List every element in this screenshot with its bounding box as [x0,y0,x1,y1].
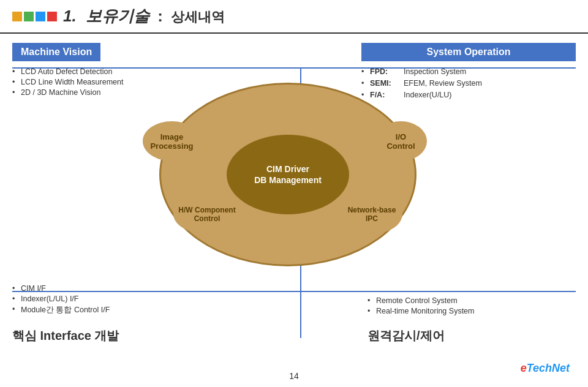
remote-korean-title: 원격감시/제어 [368,328,576,344]
ellipse-inner: CIM Driver DB Management [227,135,349,214]
cim-driver-label: CIM Driver [266,163,309,175]
bottom-left-section: CIM I/F Indexer(L/UL) I/F Module간 통합 Con… [12,284,159,344]
brand-logo: eTechNet [521,362,570,375]
node-hw-component: H/W Component Control [173,194,241,234]
db-management-label: DB Management [254,175,322,186]
list-item: Module간 통합 Control I/F [12,305,159,315]
icon-red [47,12,57,21]
title-korean: 보유기술 [86,7,149,25]
center-diagram: Image Processing I/O Control H/W Compone… [123,52,453,297]
bottom-left-list: CIM I/F Indexer(L/UL) I/F Module간 통합 Con… [12,284,159,315]
bottom-right-section: Remote Control System Real-time Monitori… [368,296,576,344]
brand-e: e [521,362,527,374]
icon-yellow [12,12,22,21]
ellipse-outer: Image Processing I/O Control H/W Compone… [159,83,417,266]
list-item: Indexer(L/UL) I/F [12,295,159,303]
list-item: CIM I/F [12,284,159,293]
page-number-footer: 14 [12,371,576,381]
interface-korean-title: 핵심 Interface 개발 [12,328,159,344]
page-number: 1. [63,7,77,25]
footer: 14 eTechNet [0,371,588,381]
colon: : [157,7,163,25]
list-item: Remote Control System [368,296,576,305]
subtitle-korean: 상세내역 [171,9,225,24]
node-network-ipc: Network-base IPC [341,194,402,234]
icon-blue [36,12,45,21]
node-image-processing: Image Processing [143,121,201,161]
icon-green [24,12,34,21]
bottom-right-list: Remote Control System Real-time Monitori… [368,296,576,315]
list-item: Real-time Monitoring System [368,307,576,315]
header-icon [12,12,57,21]
brand-rest: TechNet [527,362,570,374]
node-io-control: I/O Control [375,121,427,161]
machine-vision-label: Machine Vision [12,43,100,61]
header: 1. 보유기술 : 상세내역 [0,0,588,34]
page-title: 1. 보유기술 : 상세내역 [63,6,225,27]
